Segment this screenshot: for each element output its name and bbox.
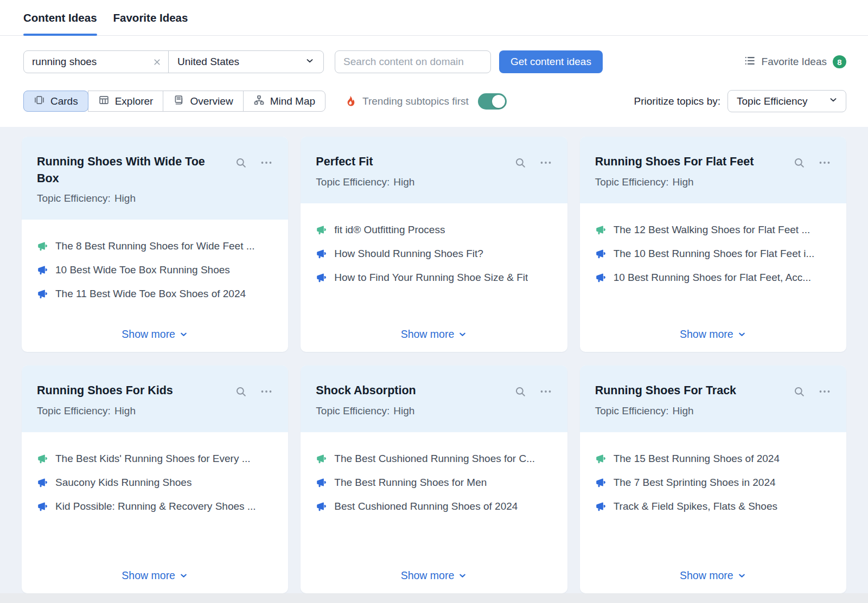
view-overview-button[interactable]: Overview [163,91,243,112]
headline-item[interactable]: The 8 Best Running Shoes for Wide Feet .… [37,240,273,252]
efficiency-label: Topic Efficiency: [37,405,111,416]
domain-search-input[interactable] [335,50,491,73]
view-overview-label: Overview [190,95,233,107]
headline-text: fit id® Outfitting Process [334,224,445,235]
keyword-input[interactable] [24,51,146,73]
more-options-icon[interactable] [539,156,552,169]
headline-text: Kid Possible: Running & Recovery Shoes .… [55,501,256,512]
headline-item[interactable]: 10 Best Wide Toe Box Running Shoes [37,264,273,275]
favorite-ideas-link[interactable]: Favorite Ideas 8 [744,50,846,73]
prioritize-dropdown[interactable]: Topic Efficiency [727,90,846,112]
headline-text: The 12 Best Walking Shoes for Flat Feet … [614,224,810,235]
search-topic-icon[interactable] [235,386,247,398]
show-more-button[interactable]: Show more [401,328,468,341]
megaphone-icon [37,477,48,488]
card-title: Running Shoes For Kids [37,382,235,399]
view-switcher: Cards Explorer Overview [23,91,326,112]
search-topic-icon[interactable] [514,157,527,169]
more-options-icon[interactable] [539,385,552,398]
clear-keyword-icon[interactable] [146,51,168,73]
idea-list: The 8 Best Running Shoes for Wide Feet .… [37,240,273,312]
show-more-label: Show more [401,569,455,582]
headline-item[interactable]: The Best Running Shoes for Men [316,477,552,488]
headline-text: Best Cushioned Running Shoes of 2024 [334,501,518,512]
tab-content-ideas[interactable]: Content Ideas [23,0,97,35]
headline-item[interactable]: The 7 Best Sprinting Shoes in 2024 [595,477,831,488]
more-options-icon[interactable] [260,385,273,398]
cards-view-icon [34,94,45,108]
idea-list: The Best Cushioned Running Shoes for C..… [316,453,552,524]
topic-efficiency: Topic Efficiency:High [595,405,831,417]
megaphone-icon [316,453,327,464]
topic-efficiency: Topic Efficiency:High [37,405,273,417]
headline-item[interactable]: The Best Cushioned Running Shoes for C..… [316,453,552,464]
show-more-label: Show more [680,569,733,582]
idea-list: The 15 Best Running Shoes of 2024 The 7 … [595,453,831,524]
more-options-icon[interactable] [260,156,273,169]
prioritize-value: Topic Efficiency [737,95,808,107]
search-topic-icon[interactable] [235,157,247,169]
topic-research-page: Content Ideas Favorite Ideas United Stat… [0,0,868,603]
headline-item[interactable]: Kid Possible: Running & Recovery Shoes .… [37,501,273,512]
card-body: The 8 Best Running Shoes for Wide Feet .… [22,220,288,352]
show-more-button[interactable]: Show more [680,328,746,341]
mindmap-view-icon [253,94,265,108]
headline-item[interactable]: The Best Kids' Running Shoes for Every .… [37,453,273,464]
headline-text: 10 Best Running Shoes for Flat Feet, Acc… [614,272,811,283]
show-more-label: Show more [122,328,175,341]
view-cards-label: Cards [50,95,78,107]
headline-item[interactable]: Track & Field Spikes, Flats & Shoes [595,501,831,512]
megaphone-icon [316,501,327,512]
country-select[interactable]: United States [168,51,323,73]
headline-item[interactable]: The 10 Best Running Shoes for Flat Feet … [595,248,831,259]
show-more-button[interactable]: Show more [401,569,468,582]
topic-efficiency: Topic Efficiency:High [316,176,552,188]
megaphone-icon [316,477,327,488]
content-area: Running Shoes With Wide Toe Box Topic Ef… [0,127,868,603]
megaphone-icon [595,501,607,512]
show-more-button[interactable]: Show more [680,569,746,582]
headline-text: The 8 Best Running Shoes for Wide Feet .… [55,240,255,252]
topic-card: Running Shoes For Flat Feet Topic Effici… [580,137,846,352]
view-explorer-button[interactable]: Explorer [88,91,164,112]
headline-text: Saucony Kids Running Shoes [55,477,192,488]
search-topic-icon[interactable] [793,157,806,169]
keyword-group: United States [23,50,324,73]
headline-item[interactable]: Saucony Kids Running Shoes [37,477,273,488]
megaphone-icon [595,224,607,235]
topic-card: Shock Absorption Topic Efficiency:High [301,365,567,593]
headline-item[interactable]: 10 Best Running Shoes for Flat Feet, Acc… [595,272,831,283]
more-options-icon[interactable] [818,385,831,398]
view-cards-button[interactable]: Cards [23,91,88,112]
headline-text: The Best Kids' Running Shoes for Every .… [55,453,251,464]
cards-grid: Running Shoes With Wide Toe Box Topic Ef… [0,127,868,593]
efficiency-value: High [114,193,136,204]
card-header: Perfect Fit Topic Efficiency:High [301,137,567,203]
show-more-button[interactable]: Show more [122,569,188,582]
trending-toggle[interactable] [478,93,507,110]
headline-item[interactable]: The 12 Best Walking Shoes for Flat Feet … [595,224,831,235]
overview-view-icon [173,94,184,108]
card-title: Running Shoes For Track [595,382,793,399]
headline-item[interactable]: How to Find Your Running Shoe Size & Fit [316,272,552,283]
megaphone-icon [37,264,48,275]
tabs-row: Content Ideas Favorite Ideas [0,0,868,36]
headline-text: The Best Running Shoes for Men [334,477,487,488]
search-topic-icon[interactable] [514,386,527,398]
more-options-icon[interactable] [818,156,831,169]
search-topic-icon[interactable] [793,386,806,398]
headline-item[interactable]: fit id® Outfitting Process [316,224,552,235]
headline-item[interactable]: Best Cushioned Running Shoes of 2024 [316,501,552,512]
tab-favorite-ideas[interactable]: Favorite Ideas [113,0,188,35]
headline-item[interactable]: The 11 Best Wide Toe Box Shoes of 2024 [37,288,273,299]
view-mindmap-button[interactable]: Mind Map [243,91,326,112]
idea-list: fit id® Outfitting Process How Should Ru… [316,224,552,296]
headline-text: The 10 Best Running Shoes for Flat Feet … [614,248,815,259]
show-more-button[interactable]: Show more [122,328,188,341]
get-content-ideas-button[interactable]: Get content ideas [499,50,603,73]
headline-item[interactable]: How Should Running Shoes Fit? [316,248,552,259]
headline-item[interactable]: The 15 Best Running Shoes of 2024 [595,453,831,464]
chevron-down-icon [828,95,838,107]
efficiency-value: High [673,176,694,188]
card-header: Running Shoes For Track Topic Efficiency… [580,365,846,432]
